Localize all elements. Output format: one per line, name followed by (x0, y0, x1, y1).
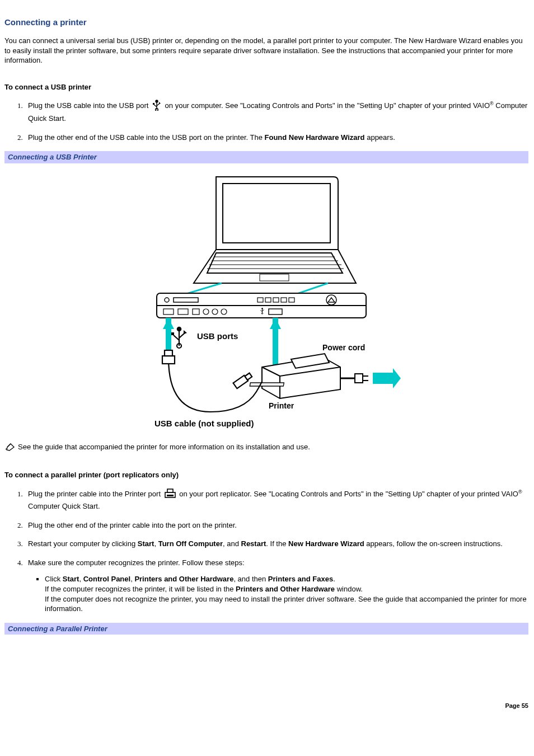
step-text: Restart your computer by clicking (28, 539, 138, 548)
bold: Restart (241, 539, 266, 548)
step-text: Make sure the computer recognizes the pr… (28, 558, 245, 567)
svg-marker-38 (163, 318, 174, 329)
svg-rect-43 (355, 374, 363, 383)
svg-rect-24 (193, 309, 199, 314)
svg-rect-16 (273, 298, 279, 302)
svg-rect-22 (163, 309, 174, 314)
svg-rect-53 (167, 489, 173, 492)
svg-rect-18 (289, 298, 294, 302)
callout-usb-printer: Connecting a USB Printer (4, 151, 528, 163)
svg-rect-41 (250, 383, 284, 386)
intro-paragraph: You can connect a universal serial bus (… (4, 36, 528, 65)
t: , and then (233, 575, 268, 583)
step-text: Plug the other end of the USB cable into… (28, 133, 265, 142)
callout-parallel-printer: Connecting a Parallel Printer (4, 623, 528, 635)
svg-point-26 (212, 309, 218, 314)
note-pencil-icon (4, 442, 16, 454)
note-line: See the guide that accompanied the print… (4, 442, 528, 454)
svg-rect-10 (260, 274, 289, 281)
parallel-substeps: Click Start, Control Panel, Printers and… (45, 574, 528, 613)
fig-label-usb-ports: USB ports (197, 331, 238, 341)
step-text: , (154, 539, 158, 548)
usb-step-2: Plug the other end of the USB cable into… (25, 133, 528, 143)
t: If the computer recognizes the printer, … (45, 585, 236, 593)
bold: Start (138, 539, 154, 548)
step-text: Plug the USB cable into the USB port (28, 101, 151, 110)
svg-point-27 (221, 309, 227, 314)
page-number: Page 55 (4, 702, 528, 710)
parallel-step-1: Plug the printer cable into the Printer … (25, 488, 528, 511)
step-text: , and (223, 539, 241, 548)
svg-point-33 (177, 327, 181, 330)
step-text: Plug the printer cable into the Printer … (28, 490, 163, 498)
t: If the computer does not recognize the p… (45, 595, 527, 613)
usb-subheading: To connect a USB printer (4, 82, 528, 92)
bold: Start (63, 575, 79, 583)
step-text: appears, follow the on-screen instructio… (364, 539, 503, 548)
svg-rect-14 (257, 298, 263, 302)
step-text: on your computer. See "Locating Controls… (163, 101, 490, 110)
registered-mark: ® (490, 101, 494, 106)
parallel-steps-list: Plug the printer cable into the Printer … (20, 488, 528, 614)
fig-label-usb-cable: USB cable (not supplied) (154, 419, 254, 428)
svg-rect-54 (167, 495, 174, 496)
svg-marker-4 (159, 102, 161, 104)
svg-marker-40 (270, 318, 281, 329)
svg-point-25 (203, 309, 209, 314)
step-text: Computer Quick Start. (28, 502, 100, 510)
step-text: on your port replicator. See "Locating C… (177, 490, 518, 498)
svg-rect-23 (178, 309, 188, 314)
svg-rect-48 (165, 350, 172, 356)
svg-rect-35 (171, 332, 174, 335)
svg-rect-5 (223, 184, 330, 243)
note-text: See the guide that accompanied the print… (18, 443, 310, 451)
svg-point-30 (262, 308, 263, 309)
usb-trident-icon (152, 100, 162, 114)
bold: Turn Off Computer (158, 539, 223, 548)
bold: Printers and Other Hardware (236, 585, 335, 593)
svg-rect-28 (269, 309, 282, 314)
t: , (79, 575, 83, 583)
section-title: Connecting a printer (4, 17, 528, 28)
t: Click (45, 575, 63, 583)
t: . (333, 575, 335, 583)
parallel-step-2: Plug the other end of the printer cable … (25, 520, 528, 530)
usb-printer-figure: USB ports Power cord Printer (4, 171, 528, 429)
svg-marker-46 (373, 368, 401, 388)
t: window. (335, 585, 363, 593)
fig-label-printer: Printer (269, 401, 294, 410)
parallel-subheading: To connect a parallel printer (port repl… (4, 470, 528, 480)
svg-rect-3 (153, 103, 154, 105)
svg-rect-15 (265, 298, 271, 302)
found-wizard-bold: Found New Hardware Wizard (265, 133, 365, 142)
parallel-substep-1: Click Start, Control Panel, Printers and… (45, 574, 528, 613)
bold: Printers and Other Hardware (134, 575, 233, 583)
svg-point-31 (261, 312, 263, 313)
bold: Printers and Faxes (268, 575, 333, 583)
bold: Control Panel (83, 575, 131, 583)
svg-rect-17 (281, 298, 287, 302)
parallel-step-3: Restart your computer by clicking Start,… (25, 539, 528, 549)
usb-steps-list: Plug the USB cable into the USB port on … (20, 100, 528, 142)
usb-step-1: Plug the USB cable into the USB port on … (25, 100, 528, 123)
svg-marker-36 (184, 330, 187, 334)
step-text: . If the (266, 539, 288, 548)
svg-point-1 (156, 100, 158, 102)
printer-port-icon (164, 488, 176, 502)
bold: New Hardware Wizard (288, 539, 364, 548)
fig-label-power-cord: Power cord (322, 343, 365, 352)
parallel-step-4: Make sure the computer recognizes the pr… (25, 558, 528, 614)
step-text: appears. (365, 133, 395, 142)
svg-rect-47 (162, 356, 175, 364)
registered-mark: ® (518, 489, 522, 494)
